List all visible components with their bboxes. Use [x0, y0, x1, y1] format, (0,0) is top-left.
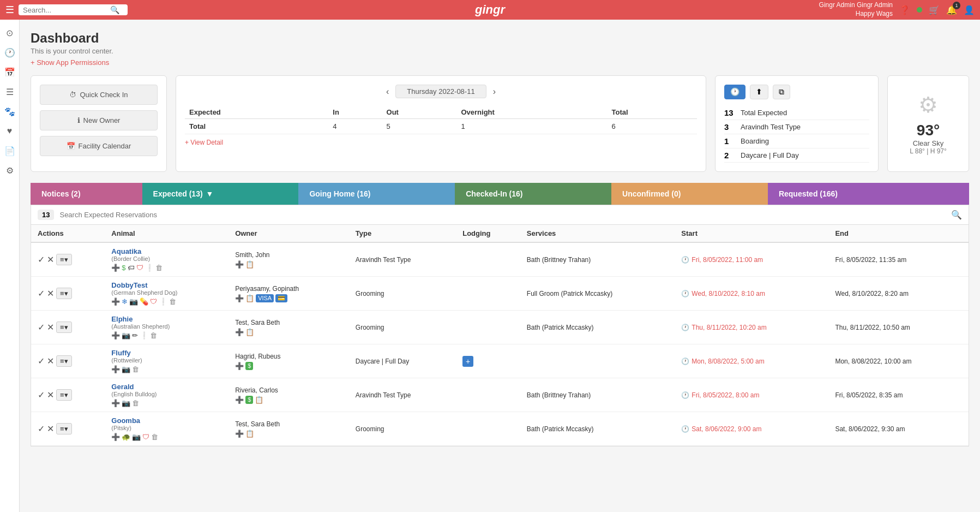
menu-button[interactable]: ≡▾: [56, 288, 72, 299]
show-permissions-link[interactable]: + Show App Permissions: [31, 58, 109, 67]
reservation-type: Grooming: [349, 311, 456, 344]
trash-icon[interactable]: 🗑: [150, 331, 157, 340]
stats-num-total: 13: [724, 108, 735, 117]
hamburger-button[interactable]: ☰: [5, 4, 14, 16]
notification-icon[interactable]: 🔔 1: [946, 5, 957, 15]
sidebar-item-list[interactable]: ☰: [1, 83, 19, 100]
menu-button[interactable]: ≡▾: [56, 389, 72, 401]
animal-name[interactable]: DobbyTest: [111, 281, 222, 289]
tab-unconfirmed[interactable]: Unconfirmed (0): [611, 183, 768, 205]
edit-icon[interactable]: ✏: [132, 331, 138, 340]
x-button[interactable]: ✕: [47, 254, 54, 265]
stats-tab-clock[interactable]: 🕐: [724, 85, 745, 99]
add-icon[interactable]: ➕: [111, 365, 120, 373]
owner-note-icon[interactable]: 📋: [255, 396, 263, 404]
owner-icons: ➕ $ 📋: [235, 396, 342, 404]
check-button[interactable]: ✓: [38, 356, 45, 366]
owner-add-icon[interactable]: ➕: [235, 294, 244, 302]
calendar-total-row: Total 4 5 1 6: [185, 119, 697, 134]
x-button[interactable]: ✕: [47, 356, 54, 366]
add-icon[interactable]: ➕: [111, 399, 120, 407]
menu-button[interactable]: ≡▾: [56, 355, 72, 367]
calendar-date-label: Thursday 2022-08-11: [395, 85, 486, 98]
clock-icon: 🕐: [681, 358, 689, 365]
camera-icon[interactable]: 📷: [132, 433, 141, 441]
check-button[interactable]: ✓: [38, 424, 45, 434]
lodging-add-button[interactable]: +: [462, 356, 473, 367]
trash-icon[interactable]: 🗑: [169, 297, 176, 306]
check-button[interactable]: ✓: [38, 254, 45, 265]
animal-name[interactable]: Elphie: [111, 315, 222, 323]
add-icon[interactable]: ➕: [111, 297, 120, 306]
camera-icon[interactable]: 📷: [122, 365, 130, 373]
menu-button[interactable]: ≡▾: [56, 254, 72, 265]
check-button[interactable]: ✓: [38, 322, 45, 332]
animal-name[interactable]: Gerald: [111, 383, 222, 391]
stats-tab-upload[interactable]: ⬆: [750, 85, 768, 99]
sidebar-item-clock[interactable]: 🕐: [1, 44, 19, 61]
x-button[interactable]: ✕: [47, 288, 54, 299]
table-search-input[interactable]: [59, 211, 946, 219]
lodging-cell: [456, 378, 520, 412]
col-services: Services: [520, 225, 675, 242]
sidebar-item-favorites[interactable]: ♥: [1, 122, 19, 140]
shield-icon: 🛡: [136, 264, 143, 272]
sidebar-item-home[interactable]: ⊙: [1, 24, 19, 41]
help-icon[interactable]: ❓: [899, 5, 910, 15]
stats-tab-copy[interactable]: ⧉: [773, 85, 790, 99]
search-input[interactable]: [23, 6, 110, 14]
x-button[interactable]: ✕: [47, 424, 54, 434]
cart-icon[interactable]: 🛒: [929, 5, 940, 15]
tab-going-home[interactable]: Going Home (16): [298, 183, 455, 205]
sidebar-item-documents[interactable]: 📄: [1, 142, 19, 159]
trash-icon[interactable]: 🗑: [132, 399, 139, 407]
facility-calendar-button[interactable]: 📅 Facility Calendar: [40, 136, 158, 156]
menu-button[interactable]: ≡▾: [56, 322, 72, 333]
tab-requested[interactable]: Requested (166): [768, 183, 969, 205]
camera-icon[interactable]: 📷: [122, 399, 130, 407]
quick-checkin-button[interactable]: ⏱ Quick Check In: [40, 85, 158, 105]
weather-desc: Clear Sky: [913, 139, 943, 147]
table-search-button[interactable]: 🔍: [951, 210, 962, 220]
sidebar-item-animals[interactable]: 🐾: [1, 103, 19, 120]
animal-name[interactable]: Aquatika: [111, 247, 222, 255]
tab-expected[interactable]: Expected (13) ▼: [142, 183, 299, 205]
check-button[interactable]: ✓: [38, 390, 45, 400]
camera-icon[interactable]: 📷: [122, 331, 130, 340]
cal-total-label: Total: [185, 119, 328, 134]
sidebar-item-calendar[interactable]: 📅: [1, 63, 19, 81]
owner-add-icon[interactable]: ➕: [235, 260, 244, 269]
owner-add-icon[interactable]: ➕: [235, 362, 244, 370]
tab-notices[interactable]: Notices (2): [31, 183, 142, 205]
animal-name[interactable]: Fluffy: [111, 349, 222, 357]
check-button[interactable]: ✓: [38, 288, 45, 299]
owner-note-icon[interactable]: 📋: [245, 294, 254, 302]
user-avatar-icon[interactable]: 👤: [964, 5, 975, 15]
dollar-icon[interactable]: $: [122, 264, 125, 272]
owner-add-icon[interactable]: ➕: [235, 328, 244, 336]
add-icon[interactable]: ➕: [111, 331, 120, 340]
add-icon[interactable]: ➕: [111, 433, 120, 441]
owner-note-icon[interactable]: 📋: [245, 430, 254, 438]
new-owner-button[interactable]: ℹ New Owner: [40, 110, 158, 130]
sidebar-item-settings[interactable]: ⚙: [1, 162, 19, 179]
animal-name[interactable]: Goomba: [111, 416, 222, 425]
trash-icon[interactable]: 🗑: [132, 365, 139, 373]
add-icon[interactable]: ➕: [111, 264, 120, 272]
menu-button[interactable]: ≡▾: [56, 423, 72, 434]
owner-add-icon[interactable]: ➕: [235, 396, 244, 404]
x-button[interactable]: ✕: [47, 322, 54, 332]
owner-note-icon[interactable]: 📋: [245, 328, 254, 336]
view-detail-link[interactable]: + View Detail: [185, 139, 223, 146]
x-button[interactable]: ✕: [47, 390, 54, 400]
lodging-cell[interactable]: +: [456, 344, 520, 378]
owner-add-icon[interactable]: ➕: [235, 430, 244, 438]
trash-icon[interactable]: 🗑: [155, 264, 163, 272]
calendar-prev-button[interactable]: ‹: [386, 87, 389, 97]
calendar-next-button[interactable]: ›: [493, 87, 496, 97]
camera-icon[interactable]: 📷: [129, 297, 138, 306]
tag-icon[interactable]: 🏷: [128, 264, 135, 272]
trash-icon[interactable]: 🗑: [151, 433, 158, 441]
owner-note-icon[interactable]: 📋: [245, 260, 254, 269]
tab-checked-in[interactable]: Checked-In (16): [455, 183, 611, 205]
